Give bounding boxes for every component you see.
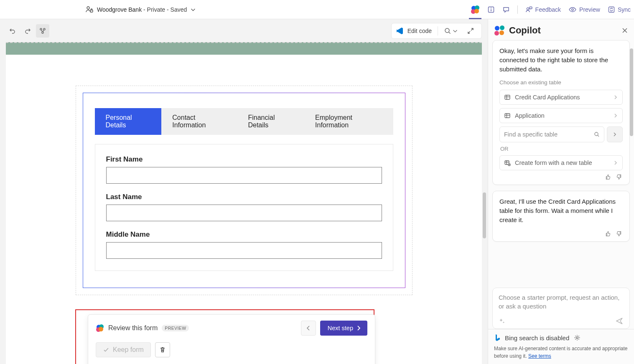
- choose-table-label: Choose an existing table: [499, 79, 623, 86]
- bing-settings-button[interactable]: [573, 334, 581, 341]
- table-option-application[interactable]: Application: [499, 108, 623, 123]
- preview-label: Preview: [579, 6, 600, 13]
- next-label: Next step: [328, 325, 353, 331]
- info-tab-button[interactable]: [487, 6, 495, 13]
- review-title: Review this form: [108, 324, 158, 332]
- sync-button[interactable]: Sync: [608, 6, 631, 13]
- tab-employment-information[interactable]: Employment Information: [304, 108, 393, 135]
- svg-point-7: [572, 8, 573, 10]
- copilot-input[interactable]: Choose a starter prompt, request an acti…: [492, 288, 630, 329]
- msg2-thumbs-down[interactable]: [616, 230, 623, 237]
- copilot-disclaimer: Make sure AI-generated content is accura…: [494, 345, 628, 360]
- copilot-message-1: Okay, let's make sure your form is conne…: [492, 40, 630, 185]
- undo-button[interactable]: [6, 24, 19, 38]
- or-label: OR: [500, 146, 622, 152]
- bing-status: Bing search is disabled: [505, 334, 569, 341]
- site-picker[interactable]: Woodgrove Bank - Private - Saved: [85, 5, 196, 14]
- preview-badge: PREVIEW: [162, 325, 189, 331]
- comments-button[interactable]: [502, 6, 510, 13]
- copilot-footer: Bing search is disabled Make sure AI-gen…: [488, 329, 634, 364]
- svg-point-4: [491, 8, 491, 8]
- review-next-button[interactable]: Next step: [320, 321, 367, 336]
- copilot-msg1-text: Okay, let's make sure your form is conne…: [499, 46, 623, 73]
- review-prev-button[interactable]: [301, 321, 316, 336]
- field-last-name: Last Name: [106, 193, 382, 221]
- first-name-input[interactable]: [106, 167, 382, 184]
- person-feedback-icon: [525, 6, 533, 13]
- canvas-scrollbar[interactable]: [483, 42, 486, 364]
- copilot-msg2-text: Great, I'll use the Credit Card Applicat…: [499, 197, 623, 224]
- copilot-title: Copilot: [509, 25, 541, 36]
- preview-button[interactable]: Preview: [568, 6, 600, 13]
- chevron-right-icon: [613, 113, 618, 118]
- tab-contact-information[interactable]: Contact Information: [161, 108, 237, 135]
- msg1-thumbs-down[interactable]: [616, 174, 623, 180]
- review-card: Review this form PREVIEW Next step Keep …: [88, 314, 375, 364]
- table-icon: [504, 112, 511, 119]
- option-label: Credit Card Applications: [515, 94, 580, 101]
- redo-button[interactable]: [21, 24, 34, 38]
- canvas-right-tools: Edit code: [391, 23, 482, 39]
- keep-form-button[interactable]: Keep form: [96, 342, 151, 357]
- option-label: Application: [515, 112, 545, 119]
- trash-icon: [159, 346, 166, 353]
- last-name-label: Last Name: [106, 193, 382, 201]
- table-icon: [504, 94, 511, 101]
- keep-label: Keep form: [113, 346, 144, 354]
- find-next-button[interactable]: [607, 126, 623, 142]
- site-name: Woodgrove Bank: [97, 6, 142, 13]
- check-icon: [103, 346, 109, 353]
- copilot-terms-link[interactable]: See terms: [528, 353, 551, 359]
- form-fields: First Name Last Name Middle Name: [95, 144, 393, 271]
- svg-point-20: [595, 132, 598, 136]
- svg-rect-1: [90, 10, 93, 12]
- copilot-scrollbar[interactable]: [630, 44, 633, 293]
- graph-button[interactable]: [36, 24, 49, 38]
- table-add-icon: [504, 159, 511, 166]
- delete-form-button[interactable]: [155, 342, 170, 357]
- copilot-close-button[interactable]: [621, 27, 628, 34]
- separator: [517, 5, 518, 14]
- svg-point-11: [42, 32, 43, 33]
- chevron-down-icon: [190, 7, 196, 13]
- copilot-tab-button[interactable]: [471, 5, 480, 14]
- expand-button[interactable]: [464, 24, 477, 38]
- copilot-input-placeholder: Choose a starter prompt, request an acti…: [499, 293, 624, 311]
- svg-point-26: [576, 337, 578, 339]
- tab-financial-details[interactable]: Financial Details: [237, 108, 304, 135]
- copilot-icon: [96, 324, 104, 332]
- copilot-icon: [494, 25, 505, 36]
- copilot-icon: [471, 5, 480, 14]
- sparkle-icon: [499, 318, 505, 324]
- chevron-down-icon: [452, 28, 458, 34]
- tab-personal-details[interactable]: Personal Details: [95, 108, 162, 135]
- topbar-actions: Feedback Preview Sync: [471, 5, 631, 14]
- chevron-right-icon: [356, 325, 362, 331]
- app-titlebar: Woodgrove Bank - Private - Saved Feedbac…: [0, 0, 634, 19]
- find-table-input[interactable]: Find a specific table: [499, 126, 604, 142]
- create-new-table-option[interactable]: Create form with a new table: [499, 155, 623, 170]
- table-option-credit-card[interactable]: Credit Card Applications: [499, 90, 623, 105]
- send-icon: [615, 317, 624, 325]
- chevron-right-icon: [612, 132, 617, 137]
- canvas-toolbar: Edit code: [0, 19, 488, 42]
- send-button[interactable]: [615, 317, 624, 325]
- msg2-thumbs-up[interactable]: [604, 230, 611, 237]
- zoom-button[interactable]: [444, 24, 458, 38]
- form-container[interactable]: Personal Details Contact Information Fin…: [76, 86, 412, 295]
- vscode-icon: [396, 27, 404, 35]
- feedback-button[interactable]: Feedback: [525, 6, 561, 13]
- design-canvas-column: Edit code Personal Details Contact Infor…: [0, 19, 488, 364]
- middle-name-input[interactable]: [106, 242, 382, 259]
- svg-point-0: [87, 7, 89, 9]
- people-lock-icon: [85, 5, 94, 14]
- edit-code-button[interactable]: Edit code: [396, 27, 432, 35]
- last-name-input[interactable]: [106, 205, 382, 221]
- msg1-thumbs-up[interactable]: [604, 174, 611, 180]
- copilot-message-2: Great, I'll use the Credit Card Applicat…: [492, 191, 630, 241]
- edit-code-label: Edit code: [407, 28, 432, 34]
- page-header-band: [6, 42, 482, 55]
- form-tabs: Personal Details Contact Information Fin…: [95, 108, 393, 135]
- svg-rect-6: [530, 7, 532, 9]
- feedback-label: Feedback: [535, 6, 561, 13]
